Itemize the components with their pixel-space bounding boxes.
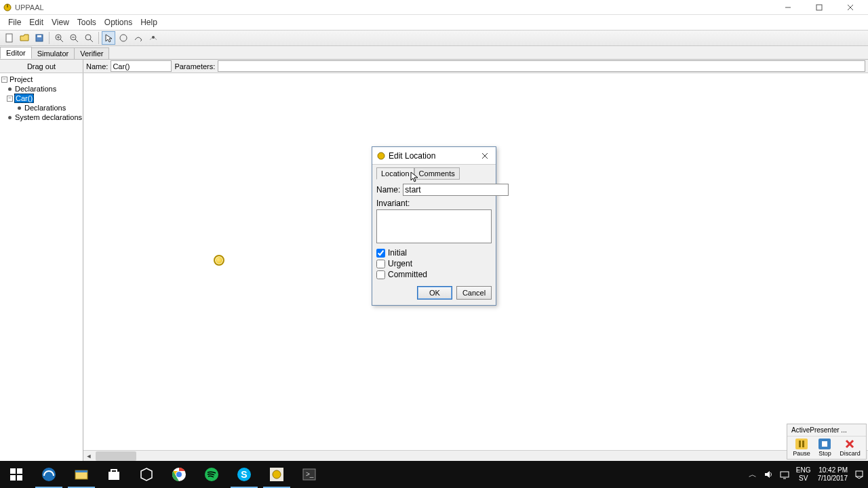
nail-tool-icon[interactable] (146, 31, 160, 45)
open-icon[interactable] (18, 31, 31, 45)
svg-text:>_: >_ (306, 470, 314, 478)
dialog-close-button[interactable] (478, 149, 492, 163)
tree-system-declarations[interactable]: System declarations (14, 113, 83, 121)
taskbar-uppaal-icon[interactable] (260, 461, 293, 488)
svg-rect-24 (802, 441, 804, 447)
drag-out-label[interactable]: Drag out (0, 60, 83, 73)
tray-network-icon[interactable] (780, 470, 789, 479)
project-tree: − Project Declarations − Car() Declarati… (0, 73, 83, 461)
dialog-check-urgent[interactable]: Urgent (376, 259, 492, 268)
location-node[interactable] (214, 255, 224, 266)
dialog-tab-location[interactable]: Location (376, 167, 414, 180)
menu-options[interactable]: Options (100, 16, 136, 28)
edge-tool-icon[interactable] (132, 31, 145, 45)
svg-rect-28 (10, 468, 16, 474)
scroll-thumb[interactable] (96, 451, 136, 461)
tree-car-declarations[interactable]: Declarations (24, 104, 66, 112)
tab-verifier[interactable]: Verifier (74, 47, 109, 59)
tree-declarations[interactable]: Declarations (14, 85, 57, 93)
taskbar-explorer-icon[interactable] (65, 461, 98, 488)
edit-location-dialog: Edit Location Location Comments Name: In… (372, 146, 496, 306)
svg-rect-29 (17, 468, 22, 474)
menu-help[interactable]: Help (136, 16, 161, 28)
svg-rect-47 (856, 471, 863, 476)
svg-rect-8 (37, 35, 41, 37)
zoom-in-icon[interactable] (52, 31, 66, 45)
template-name-input[interactable] (111, 60, 172, 72)
svg-point-19 (152, 36, 155, 39)
tree-car[interactable]: Car() (14, 94, 34, 103)
menu-file[interactable]: File (4, 16, 25, 28)
zoom-fit-icon[interactable] (82, 31, 96, 45)
new-icon[interactable] (3, 31, 16, 45)
menu-edit[interactable]: Edit (25, 16, 47, 28)
taskbar-store-icon[interactable] (98, 461, 130, 488)
taskbar-skype-icon[interactable]: S (228, 461, 260, 488)
parameters-label: Parameters: (172, 62, 218, 70)
tray-chevron-icon[interactable]: ︿ (749, 469, 757, 481)
location-tool-icon[interactable] (117, 31, 130, 45)
tray-lang-1[interactable]: ENG (796, 466, 811, 474)
tree-bullet-icon (8, 116, 12, 119)
dialog-tab-comments[interactable]: Comments (414, 167, 460, 180)
taskbar-spotify-icon[interactable] (195, 461, 228, 488)
dialog-invariant-input[interactable] (376, 209, 492, 243)
ap-stop-button[interactable]: Stop (818, 439, 831, 457)
ap-pause-button[interactable]: Pause (793, 439, 810, 457)
dialog-check-committed[interactable]: Committed (376, 270, 492, 279)
parameters-input[interactable] (218, 60, 865, 72)
ap-title: ActivePresenter ... (791, 426, 862, 434)
svg-point-42 (273, 470, 281, 479)
zoom-out-icon[interactable] (67, 31, 81, 45)
start-button[interactable] (0, 461, 33, 488)
svg-line-14 (75, 39, 78, 42)
tree-toggle-icon[interactable]: − (7, 96, 13, 102)
dialog-icon (376, 151, 386, 161)
tray-notifications-icon[interactable] (854, 470, 864, 479)
title-bar: UPPAAL (0, 0, 868, 15)
maximize-button[interactable] (810, 1, 829, 14)
toolbar (0, 30, 868, 46)
dialog-title: Edit Location (389, 151, 478, 161)
urgent-checkbox[interactable] (376, 260, 385, 268)
svg-line-17 (90, 39, 93, 42)
svg-rect-45 (781, 472, 789, 477)
cancel-button[interactable]: Cancel (456, 286, 492, 300)
close-button[interactable] (841, 1, 860, 14)
tray-time[interactable]: 10:42 PM (818, 466, 848, 474)
svg-text:S: S (241, 469, 247, 480)
discard-icon (844, 439, 856, 449)
tab-simulator[interactable]: Simulator (31, 47, 75, 59)
taskbar-chrome-icon[interactable] (163, 461, 195, 488)
tree-toggle-icon[interactable]: − (1, 77, 7, 83)
svg-rect-6 (6, 34, 12, 42)
horizontal-scrollbar[interactable]: ◄ ► (83, 450, 868, 461)
taskbar-unity-icon[interactable] (130, 461, 163, 488)
sub-toolbar: Drag out Name: Parameters: (0, 60, 868, 73)
minimize-button[interactable] (778, 1, 797, 14)
ap-discard-button[interactable]: Discard (840, 439, 861, 457)
tray-volume-icon[interactable] (764, 470, 773, 479)
tree-bullet-icon (18, 106, 21, 110)
tray-lang-2[interactable]: SV (796, 474, 811, 483)
initial-checkbox[interactable] (376, 249, 385, 258)
dialog-name-input[interactable] (403, 184, 509, 196)
svg-line-10 (60, 39, 63, 42)
svg-rect-25 (822, 441, 827, 447)
ok-button[interactable]: OK (417, 286, 452, 300)
svg-rect-1 (7, 4, 8, 7)
taskbar-terminal-icon[interactable]: >_ (293, 461, 326, 488)
dialog-invariant-label: Invariant: (376, 199, 492, 208)
taskbar-edge-icon[interactable] (33, 461, 65, 488)
committed-checkbox[interactable] (376, 270, 385, 279)
menu-view[interactable]: View (47, 16, 73, 28)
tab-editor[interactable]: Editor (0, 47, 32, 59)
select-tool-icon[interactable] (102, 31, 115, 45)
svg-rect-30 (10, 475, 16, 481)
scroll-left-icon[interactable]: ◄ (83, 451, 94, 462)
menu-tools[interactable]: Tools (73, 16, 100, 28)
tree-project[interactable]: Project (9, 75, 33, 83)
dialog-check-initial[interactable]: Initial (376, 248, 492, 258)
save-icon[interactable] (33, 31, 46, 45)
tray-date[interactable]: 7/10/2017 (818, 474, 848, 483)
